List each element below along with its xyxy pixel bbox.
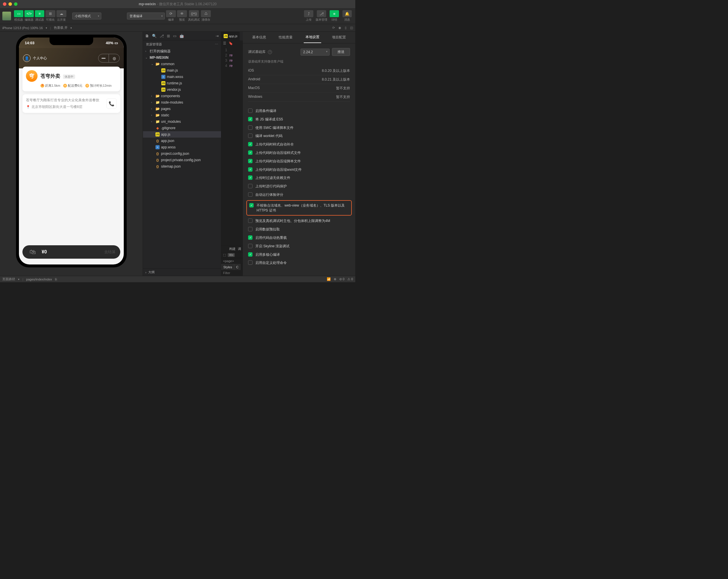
- checkbox-option[interactable]: ✓上传代码时样式自动补全: [248, 142, 350, 147]
- tree-item[interactable]: JSruntime.js: [143, 80, 221, 86]
- message-button[interactable]: 🔔: [342, 10, 352, 17]
- editor-tab[interactable]: JSapp.js: [221, 32, 240, 40]
- user-avatar[interactable]: [2, 11, 11, 20]
- checkbox-option[interactable]: ✓不校验合法域名、web-view（业务域名）、TLS 版本以及 HTTPS 证…: [246, 200, 352, 216]
- ext-icon[interactable]: ⊞: [167, 34, 170, 38]
- push-button[interactable]: 推送: [332, 48, 350, 56]
- checkbox-icon: ✓: [248, 159, 253, 163]
- checkbox-option[interactable]: 编译 worklet 代码: [248, 134, 350, 138]
- tree-item[interactable]: ◆.gitignore: [143, 125, 221, 131]
- checkbox-option[interactable]: ✓上传代码时自动压缩脚本文件: [248, 159, 350, 164]
- branch-icon[interactable]: ⎇: [160, 34, 164, 38]
- checkbox-option[interactable]: ✓上传代码时自动压缩wxml文件: [248, 167, 350, 172]
- maximize-window[interactable]: [14, 2, 18, 6]
- refresh-icon[interactable]: ⟳: [332, 26, 335, 30]
- checkbox-option[interactable]: ✓将 JS 编译成 ES5: [248, 117, 350, 122]
- fee-icon: ¥: [63, 84, 67, 88]
- git-status-icon[interactable]: ⊕: [334, 277, 336, 281]
- minimize-window[interactable]: [8, 2, 12, 6]
- debug-icon[interactable]: ▭: [173, 34, 177, 38]
- checkbox-option[interactable]: 自动运行体验评分: [248, 192, 350, 197]
- tree-item[interactable]: ›📂static: [143, 112, 221, 118]
- open-editors-section[interactable]: ›打开的编辑器: [143, 48, 221, 54]
- tree-item[interactable]: {}project.config.json: [143, 150, 221, 157]
- editor-toggle[interactable]: </>: [24, 10, 34, 17]
- list-icon[interactable]: ☰: [223, 41, 226, 46]
- files-icon[interactable]: 🗎: [145, 34, 149, 38]
- tree-item[interactable]: ⌄📂common: [143, 61, 221, 67]
- clear-cache-button[interactable]: ♺: [201, 10, 211, 17]
- checkbox-option[interactable]: 使用 SWC 编译脚本文件: [248, 126, 350, 130]
- bookmark-icon[interactable]: 🔖: [229, 41, 233, 46]
- inspect-icon[interactable]: ⬚: [223, 253, 226, 257]
- robot-icon[interactable]: 🤖: [179, 34, 184, 38]
- panel-tab[interactable]: 性能质量: [277, 32, 294, 43]
- capsule-menu[interactable]: •••: [98, 54, 109, 62]
- call-button[interactable]: 📞: [106, 98, 117, 109]
- simulator-toggle[interactable]: ▭: [14, 10, 23, 17]
- compile-button[interactable]: ⟳: [166, 10, 176, 17]
- styles-tab[interactable]: Styles: [221, 264, 234, 270]
- checkbox-option[interactable]: 启用自定义处理命令: [248, 260, 350, 265]
- device-select[interactable]: iPhone 12/13 (Pro) 100% 16: [2, 26, 43, 30]
- tree-item[interactable]: {}app.json: [143, 138, 221, 144]
- checkbox-icon: [248, 244, 253, 248]
- panel-tab[interactable]: 本地设置: [304, 32, 321, 43]
- close-window[interactable]: [3, 2, 6, 6]
- cart-bar[interactable]: 🛍 ¥0 去结算: [22, 245, 120, 259]
- checkbox-option[interactable]: 上传时进行代码保护: [248, 184, 350, 189]
- checkbox-option[interactable]: 预览及真机调试时主包、分包体积上限调整为4M: [248, 219, 350, 223]
- panel-tab[interactable]: 基本信息: [251, 32, 268, 43]
- filter-input[interactable]: Filter: [221, 270, 243, 276]
- panel-tab[interactable]: 项目配置: [330, 32, 348, 43]
- home-icon[interactable]: ◉: [338, 26, 341, 30]
- compile-select[interactable]: 普通编译: [127, 12, 165, 20]
- hotreload-toggle[interactable]: 热重载 开: [54, 26, 68, 30]
- tree-item[interactable]: ≡main.wxss: [143, 74, 221, 80]
- capsule-close[interactable]: ◎: [109, 54, 120, 62]
- outline-section[interactable]: ›大纲: [143, 268, 221, 276]
- tree-item[interactable]: JSapp.js: [143, 131, 221, 138]
- help-icon[interactable]: ?: [268, 50, 272, 54]
- more-icon[interactable]: ⋯: [215, 43, 218, 46]
- baselib-select[interactable]: 2.24.2: [301, 49, 330, 56]
- tree-item[interactable]: ›📂pages: [143, 106, 221, 112]
- debugger-toggle[interactable]: ≡: [35, 10, 44, 17]
- checkbox-option[interactable]: 启用数据预拉取: [248, 227, 350, 232]
- project-root[interactable]: ⌄MP-WEIXIN: [143, 54, 221, 61]
- visualize-button[interactable]: ⊞: [46, 10, 55, 17]
- remote-debug-button[interactable]: ((•)): [189, 10, 199, 17]
- checkbox-option[interactable]: ✓启用多核心编译: [248, 252, 350, 257]
- tree-item[interactable]: ›📂components: [143, 93, 221, 99]
- rotate-icon[interactable]: ◫: [350, 26, 353, 30]
- tree-item[interactable]: {}sitemap.json: [143, 163, 221, 170]
- shop-card[interactable]: 穹 苍穹外卖 休息中 📍距离1.5km ¥配送费6元 ⏱预计时长12min: [22, 66, 120, 91]
- tree-item[interactable]: ›📁uni_modules: [143, 118, 221, 125]
- checkbox-option[interactable]: 启用条件编译: [248, 109, 350, 113]
- search-icon[interactable]: 🔍: [152, 34, 157, 38]
- checkbox-icon: ✓: [248, 117, 253, 121]
- checkbox-option[interactable]: ✓上传时过滤无依赖文件: [248, 175, 350, 181]
- tree-item[interactable]: {}project.private.config.json: [143, 157, 221, 163]
- version-button[interactable]: ⎇: [317, 10, 326, 17]
- mode-select[interactable]: 小程序模式: [72, 12, 101, 20]
- device-icon[interactable]: ▯: [345, 26, 346, 30]
- collapse-icon[interactable]: ⇥: [215, 34, 219, 38]
- copy-icon[interactable]: ⎘: [55, 278, 57, 281]
- page-path[interactable]: pages/index/index: [26, 278, 52, 281]
- checkbox-option[interactable]: ✓启用代码自动热重载: [248, 236, 350, 240]
- upload-button[interactable]: ⤴: [304, 10, 313, 17]
- checkbox-option[interactable]: ✓上传代码时自动压缩样式文件: [248, 150, 350, 155]
- cloud-button[interactable]: ☁: [56, 10, 67, 17]
- tree-item[interactable]: ≡app.wxss: [143, 144, 221, 150]
- checkbox-icon: ✓: [249, 203, 254, 208]
- preview-button[interactable]: 👁: [177, 10, 187, 17]
- tree-item[interactable]: ›📁node-modules: [143, 99, 221, 106]
- signal-icon[interactable]: 📶: [327, 277, 331, 281]
- statusbar: 页面路径▾ | pages/index/index ⎘ 📶 ⊕ ⊘ 0 ⚠ 0: [0, 276, 355, 282]
- user-icon[interactable]: 👤: [23, 54, 31, 62]
- tree-item[interactable]: JSmain.js: [143, 67, 221, 74]
- tree-item[interactable]: JSvendor.js: [143, 86, 221, 93]
- checkbox-option[interactable]: 开启 Skyline 渲染调试: [248, 244, 350, 249]
- details-button[interactable]: ≡: [330, 10, 339, 17]
